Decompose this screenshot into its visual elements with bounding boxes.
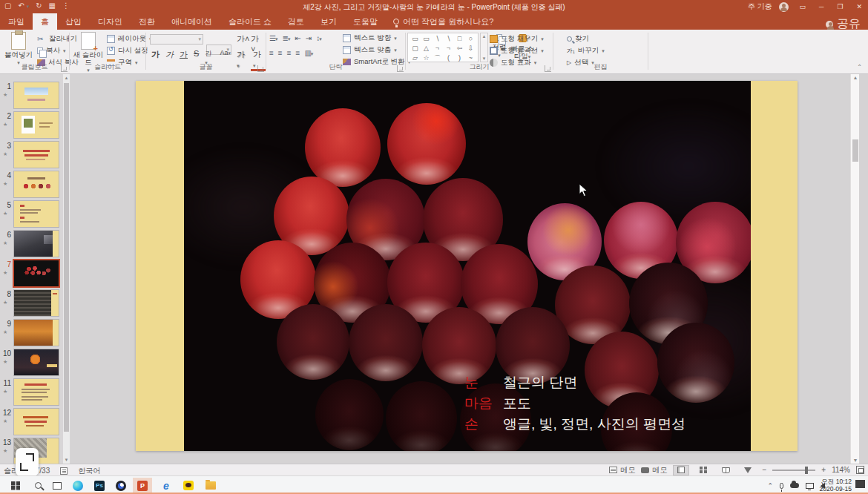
vertical-scrollbar[interactable]: ▲ ▼ — [850, 74, 859, 464]
tab-검토[interactable]: 검토 — [280, 13, 312, 30]
editing-item-바꾸기[interactable]: 가₁바꾸기▾ — [567, 46, 605, 56]
tell-me-box[interactable]: 어떤 작업을 원하시나요? — [386, 13, 501, 30]
align-right-icon[interactable]: ≡ — [287, 49, 291, 57]
comments-button[interactable]: 메모 — [641, 465, 667, 475]
slide-thumbnail-10[interactable] — [14, 349, 59, 375]
numbering-icon[interactable]: ≣▾ — [282, 34, 289, 42]
line-spacing-icon[interactable]: ↕▾ — [316, 34, 321, 42]
shape-glyph[interactable]: ∖ — [432, 34, 443, 44]
scrollbar-thumb[interactable] — [852, 139, 858, 162]
reading-view-button[interactable] — [717, 465, 734, 475]
taskbar-file-explorer-icon[interactable] — [201, 478, 220, 493]
accessibility-check-icon[interactable] — [60, 467, 68, 475]
taskbar-kakaotalk-icon[interactable] — [179, 478, 198, 493]
slideshow-view-button[interactable] — [740, 465, 756, 475]
close-button[interactable]: ✕ — [853, 3, 865, 10]
align-center-icon[interactable]: ≡ — [278, 49, 282, 57]
taskbar-edge-icon[interactable] — [68, 478, 88, 493]
notes-button[interactable]: 메모 — [609, 465, 635, 475]
minimize-button[interactable]: ─ — [816, 3, 826, 10]
taskbar-start-icon[interactable] — [6, 478, 25, 493]
taskbar-search-icon[interactable] — [28, 478, 47, 493]
paste-button[interactable]: 붙여넣기▾ — [1, 32, 36, 67]
shape-glyph[interactable]: ▢ — [410, 44, 421, 53]
paragraph-item-텍스트 방향[interactable]: 텍스트 방향▾ — [343, 33, 410, 43]
zoom-in-button[interactable]: + — [821, 466, 826, 474]
account-name[interactable]: 주 기중 — [748, 1, 772, 12]
clipboard-dialog-launcher-icon[interactable] — [61, 65, 68, 72]
ribbon-display-options-icon[interactable]: ▭ — [796, 3, 809, 10]
avatar[interactable] — [779, 2, 789, 12]
taskbar-task-view-icon[interactable] — [47, 478, 67, 493]
shape-glyph[interactable]: ⇩ — [465, 44, 476, 53]
paragraph-dialog-launcher-icon[interactable] — [397, 65, 404, 72]
zoom-level[interactable]: 114% — [832, 466, 850, 474]
shape-glyph[interactable]: ∖ — [443, 34, 454, 44]
collapse-ribbon-icon[interactable]: ⌃ — [857, 64, 862, 70]
language-indicator[interactable]: 한국어 — [78, 466, 100, 476]
slide-thumbnail-8[interactable] — [14, 290, 59, 316]
font-dialog-launcher-icon[interactable] — [257, 65, 264, 72]
bullets-icon[interactable]: ☰▾ — [269, 34, 277, 42]
taskbar-photoshop-icon[interactable]: Ps — [90, 478, 109, 493]
shapes-gallery[interactable]: ▭▭∖∖□○▢△¬¬⇦⇩▱☆⌒()~ — [407, 33, 479, 62]
restore-button[interactable]: ❐ — [834, 3, 846, 10]
shapes-scroll[interactable]: ▲▼ — [480, 33, 488, 62]
slide-thumbnail-4[interactable] — [14, 171, 59, 197]
slide-photo[interactable]: 눈철근의 단면마음포도손앵글, 빛, 정면, 사진의 평면성 — [184, 81, 751, 451]
columns-icon[interactable]: ▥▾ — [304, 49, 312, 57]
paragraph-item-텍스트 맞춤[interactable]: 텍스트 맞춤▾ — [343, 45, 410, 55]
microphone-icon[interactable] — [780, 483, 783, 489]
slide-thumbnail-9[interactable] — [14, 320, 59, 346]
normal-view-button[interactable] — [673, 465, 689, 475]
taskbar-internet-explorer-icon[interactable]: e — [157, 478, 176, 493]
slide-thumbnail-7[interactable] — [14, 260, 59, 286]
action-center-icon[interactable] — [855, 480, 865, 488]
fit-to-window-icon[interactable] — [856, 466, 864, 474]
slide-thumbnail-6[interactable] — [14, 231, 59, 257]
tray-chevron-icon[interactable]: ⌃ — [767, 482, 773, 490]
zoom-slider-knob[interactable] — [805, 467, 808, 474]
slide-thumbnail-5[interactable] — [14, 201, 59, 227]
slide-thumbnail-11[interactable] — [14, 379, 59, 405]
slide-thumbnail-1[interactable] — [14, 82, 59, 108]
thumbnail-scrollbar[interactable]: ▲ ▼ — [63, 74, 70, 464]
tab-전환[interactable]: 전환 — [131, 13, 163, 30]
drawing-item-도형 채우기[interactable]: 도형 채우기▾ — [490, 34, 544, 44]
taskbar-whale-browser-icon[interactable] — [111, 478, 131, 493]
tab-애니메이션[interactable]: 애니메이션 — [163, 13, 220, 30]
shape-glyph[interactable]: ▭ — [421, 34, 432, 44]
shape-glyph[interactable]: ○ — [465, 34, 476, 44]
justify-icon[interactable]: ≡ — [296, 49, 300, 57]
display-icon[interactable] — [806, 483, 814, 489]
tab-디자인[interactable]: 디자인 — [90, 13, 131, 30]
tab-슬라이드 쇼[interactable]: 슬라이드 쇼 — [220, 13, 280, 30]
zoom-slider[interactable] — [772, 470, 815, 471]
onedrive-icon[interactable] — [790, 483, 799, 488]
slide-thumbnail-2[interactable] — [14, 112, 59, 138]
slide-caption-textbox[interactable]: 눈철근의 단면마음포도손앵글, 빛, 정면, 사진의 평면성 — [464, 372, 685, 435]
tab-보기[interactable]: 보기 — [312, 13, 345, 30]
shape-glyph[interactable]: ▭ — [410, 34, 421, 44]
taskbar-powerpoint-icon[interactable]: P — [133, 478, 152, 493]
taskbar-clock[interactable]: 오전 10:12 2020-09-15 — [820, 478, 852, 493]
zoom-out-button[interactable]: − — [762, 466, 766, 474]
align-left-icon[interactable]: ≡ — [269, 49, 273, 57]
increase-indent-icon[interactable]: ⇥ — [306, 34, 311, 42]
drawing-item-도형 효과[interactable]: 도형 효과▾ — [490, 58, 544, 67]
shape-glyph[interactable]: △ — [421, 44, 432, 53]
shape-glyph[interactable]: ¬ — [432, 44, 443, 53]
drawing-item-도형 윤곽선[interactable]: 도형 윤곽선▾ — [490, 46, 544, 56]
slide-sorter-view-button[interactable] — [695, 465, 711, 475]
tab-도움말[interactable]: 도움말 — [345, 13, 386, 30]
shape-glyph[interactable]: ⇦ — [454, 44, 465, 53]
shape-glyph[interactable]: ¬ — [443, 44, 454, 53]
tab-파일[interactable]: 파일 — [0, 13, 33, 30]
screen-overlay-expand-button[interactable] — [16, 448, 39, 476]
slide-thumbnail-3[interactable] — [14, 142, 59, 168]
shape-glyph[interactable]: □ — [454, 34, 465, 44]
slide[interactable]: 눈철근의 단면마음포도손앵글, 빛, 정면, 사진의 평면성 — [136, 81, 798, 451]
decrease-indent-icon[interactable]: ⇤ — [295, 34, 300, 42]
tab-홈[interactable]: 홈 — [33, 13, 57, 30]
slide-thumbnail-12[interactable] — [14, 409, 59, 435]
